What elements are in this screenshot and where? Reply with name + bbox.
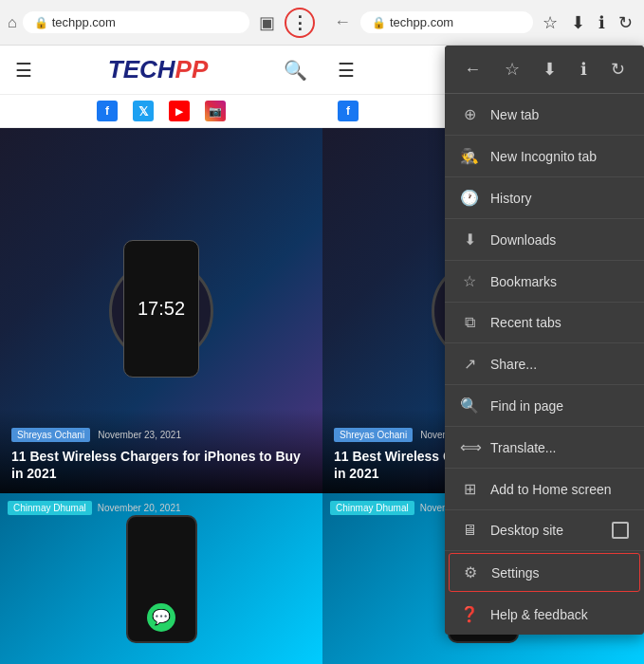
menu-item-help-feedback[interactable]: ❓ Help & feedback <box>445 594 644 635</box>
whatsapp-icon: 💬 <box>147 603 175 632</box>
left-site-header: ☰ TECHPP 🔍 <box>0 46 322 95</box>
menu-dots-button[interactable]: ⋮ <box>285 8 315 38</box>
date-text-2: November 20, 2021 <box>98 503 181 513</box>
find-in-page-label: Find in page <box>490 398 629 414</box>
share-label: Share... <box>490 357 629 372</box>
left-url-bar[interactable]: 🔒 techpp.com <box>23 11 249 33</box>
toolbar-star-icon[interactable]: ☆ <box>501 55 524 83</box>
new-tab-label: New tab <box>490 107 629 122</box>
right-facebook-icon[interactable]: f <box>338 101 359 121</box>
back-icon[interactable]: ← <box>330 12 355 32</box>
recent-tabs-label: Recent tabs <box>490 315 629 330</box>
desktop-site-label: Desktop site <box>490 523 600 538</box>
new-incognito-tab-label: New Incognito tab <box>490 149 629 164</box>
left-browser-chrome: ⌂ 🔒 techpp.com ▣ ⋮ <box>0 0 322 46</box>
article-title-1: 11 Best Wireless Chargers for iPhones to… <box>11 448 311 482</box>
left-article-card-1[interactable]: 17:52 Shreyas Ochani November 23, 2021 1… <box>0 128 322 493</box>
lock-icon: 🔒 <box>34 16 48 29</box>
bookmarks-label: Bookmarks <box>490 274 629 289</box>
home-icon[interactable]: ⌂ <box>8 14 17 31</box>
right-author-badge-2: Chinmay Dhumal <box>330 501 414 515</box>
right-author-badge-1: Shreyas Ochani <box>334 428 413 442</box>
phone-mock-2: 💬 <box>126 515 197 643</box>
twitter-icon[interactable]: 𝕏 <box>133 101 154 121</box>
hamburger-icon[interactable]: ☰ <box>15 59 32 82</box>
desktop-site-checkbox[interactable] <box>612 522 629 539</box>
incognito-icon: 🕵 <box>460 147 479 165</box>
three-dots-icon: ⋮ <box>291 12 308 33</box>
toolbar-refresh-icon[interactable]: ↻ <box>607 55 629 83</box>
author-badge-1: Shreyas Ochani <box>11 428 90 442</box>
left-card-overlay-1: Shreyas Ochani November 23, 2021 11 Best… <box>0 409 322 493</box>
context-menu[interactable]: ← ☆ ⬇ ℹ ↻ ⊕ New tab 🕵 New Incognito tab … <box>445 46 644 635</box>
menu-item-share[interactable]: ↗ Share... <box>445 343 644 385</box>
history-icon: 🕐 <box>460 189 479 207</box>
recent-tabs-icon: ⧉ <box>460 314 479 331</box>
menu-item-new-incognito-tab[interactable]: 🕵 New Incognito tab <box>445 136 644 177</box>
download-icon[interactable]: ⬇ <box>567 12 589 33</box>
new-tab-icon: ⊕ <box>460 105 479 123</box>
menu-item-settings[interactable]: ⚙ Settings <box>449 553 640 592</box>
add-to-home-icon: ⊞ <box>460 480 479 498</box>
downloads-label: Downloads <box>490 232 629 248</box>
menu-item-downloads[interactable]: ⬇ Downloads <box>445 219 644 261</box>
url-text: techpp.com <box>52 15 116 29</box>
translate-icon: ⟺ <box>460 438 479 456</box>
search-icon[interactable]: 🔍 <box>284 59 307 82</box>
facebook-icon[interactable]: f <box>97 101 118 121</box>
menu-item-history[interactable]: 🕐 History <box>445 177 644 219</box>
add-to-home-label: Add to Home screen <box>490 482 629 497</box>
downloads-icon: ⬇ <box>460 231 479 249</box>
tab-count-icon[interactable]: ▣ <box>255 9 279 37</box>
help-icon: ❓ <box>460 605 479 623</box>
menu-item-desktop-site[interactable]: 🖥 Desktop site <box>445 510 644 551</box>
settings-icon: ⚙ <box>461 563 480 581</box>
help-feedback-label: Help & feedback <box>490 607 629 622</box>
left-card-meta-2: Chinmay Dhumal November 20, 2021 <box>8 501 181 515</box>
left-card-meta-1: Shreyas Ochani November 23, 2021 <box>11 428 311 442</box>
date-text-1: November 23, 2021 <box>98 430 181 440</box>
share-icon: ↗ <box>460 355 479 373</box>
menu-item-recent-tabs[interactable]: ⧉ Recent tabs <box>445 303 644 343</box>
translate-label: Translate... <box>490 440 629 455</box>
right-panel: ← 🔒 techpp.com ☆ ⬇ ℹ ↻ ← ☆ ⬇ ℹ ↻ ⊕ New t… <box>322 0 644 664</box>
author-badge-2: Chinmay Dhumal <box>8 501 92 515</box>
info-icon[interactable]: ℹ <box>595 12 609 33</box>
star-icon[interactable]: ☆ <box>539 12 561 33</box>
phone-time: 17:52 <box>138 298 185 320</box>
left-panel: ⌂ 🔒 techpp.com ▣ ⋮ ☰ TECHPP 🔍 f 𝕏 ▶ 📷 <box>0 0 322 664</box>
menu-item-new-tab[interactable]: ⊕ New tab <box>445 94 644 136</box>
right-url-bar[interactable]: 🔒 techpp.com <box>360 11 533 33</box>
youtube-icon[interactable]: ▶ <box>169 101 190 121</box>
menu-item-bookmarks[interactable]: ☆ Bookmarks <box>445 261 644 303</box>
toolbar-back-icon[interactable]: ← <box>460 56 485 83</box>
left-article-card-2[interactable]: 💬 Chinmay Dhumal November 20, 2021 <box>0 493 322 664</box>
toolbar-download-icon[interactable]: ⬇ <box>539 55 561 83</box>
toolbar-info-icon[interactable]: ℹ <box>577 55 591 83</box>
instagram-icon[interactable]: 📷 <box>205 101 226 121</box>
right-hamburger-icon[interactable]: ☰ <box>338 59 355 82</box>
menu-item-translate[interactable]: ⟺ Translate... <box>445 427 644 469</box>
refresh-icon[interactable]: ↻ <box>615 12 636 33</box>
techpp-logo: TECHPP <box>108 55 208 84</box>
history-label: History <box>490 191 629 206</box>
right-browser-chrome: ← 🔒 techpp.com ☆ ⬇ ℹ ↻ <box>322 0 644 46</box>
bookmarks-icon: ☆ <box>460 272 479 290</box>
menu-item-add-to-home[interactable]: ⊞ Add to Home screen <box>445 469 644 510</box>
find-icon: 🔍 <box>460 397 479 415</box>
desktop-site-icon: 🖥 <box>460 522 479 539</box>
right-url-text: techpp.com <box>390 15 453 29</box>
right-card-meta-2: Chinmay Dhumal Novem... <box>330 501 458 515</box>
right-lock-icon: 🔒 <box>372 16 386 29</box>
dropdown-toolbar: ← ☆ ⬇ ℹ ↻ <box>445 46 644 94</box>
left-social-bar: f 𝕏 ▶ 📷 <box>0 95 322 128</box>
settings-label: Settings <box>491 565 628 581</box>
menu-item-find-in-page[interactable]: 🔍 Find in page <box>445 385 644 427</box>
